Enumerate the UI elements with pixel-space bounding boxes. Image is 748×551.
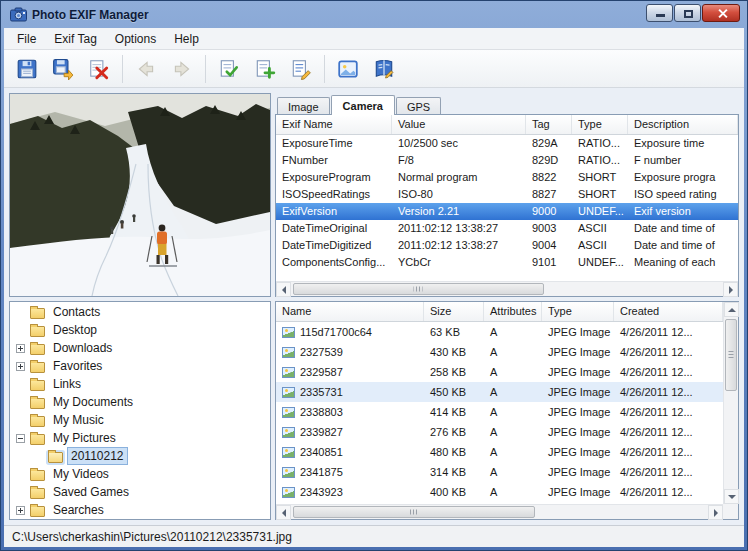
- file-size: 314 KB: [424, 462, 484, 482]
- file-horizontal-scrollbar[interactable]: [276, 504, 723, 519]
- menu-options[interactable]: Options: [106, 30, 165, 48]
- file-row[interactable]: 2338803414 KBAJPEG Image4/26/2011 12...: [276, 402, 723, 422]
- titlebar[interactable]: Photo EXIF Manager: [4, 1, 744, 28]
- exif-row[interactable]: ISOSpeedRatingsISO-808827SHORTISO speed …: [276, 186, 738, 203]
- exif-row[interactable]: ExposureTime10/2500 sec829ARATIO...Expos…: [276, 135, 738, 152]
- scroll-down-button[interactable]: [724, 489, 739, 504]
- scroll-right-button[interactable]: [708, 505, 723, 520]
- column-header-exif-name[interactable]: Exif Name: [276, 115, 392, 134]
- column-header-type[interactable]: Type: [542, 302, 614, 321]
- exif-row[interactable]: DateTimeDigitized2011:02:12 13:38:279004…: [276, 237, 738, 254]
- expand-plus-icon[interactable]: [16, 506, 25, 515]
- tree-item-desktop[interactable]: Desktop: [10, 321, 270, 339]
- file-row-selected[interactable]: 2335731450 KBAJPEG Image4/26/2011 12...: [276, 382, 723, 402]
- menu-file[interactable]: File: [8, 30, 45, 48]
- file-attributes: A: [484, 382, 542, 402]
- exif-table-header: Exif Name Value Tag Type Description: [276, 115, 738, 135]
- file-row[interactable]: 115d71700c6463 KBAJPEG Image4/26/2011 12…: [276, 322, 723, 342]
- tab-gps[interactable]: GPS: [396, 97, 441, 115]
- exif-type-cell: ASCII: [572, 220, 628, 237]
- scroll-right-button[interactable]: [723, 282, 738, 297]
- menu-help[interactable]: Help: [165, 30, 208, 48]
- tag-list-button[interactable]: [284, 53, 318, 85]
- column-header-description[interactable]: Description: [628, 115, 738, 134]
- file-row[interactable]: 2339827276 KBAJPEG Image4/26/2011 12...: [276, 422, 723, 442]
- minimize-button[interactable]: [646, 4, 673, 22]
- maximize-button[interactable]: [674, 4, 701, 22]
- image-file-icon: [282, 487, 295, 498]
- file-row[interactable]: 2341875314 KBAJPEG Image4/26/2011 12...: [276, 462, 723, 482]
- scroll-track[interactable]: [724, 317, 738, 489]
- scroll-left-button[interactable]: [276, 282, 291, 297]
- exif-row[interactable]: ExposureProgramNormal program8822SHORTEx…: [276, 169, 738, 186]
- file-type: JPEG Image: [542, 482, 614, 502]
- scroll-track[interactable]: [291, 505, 708, 519]
- file-type: JPEG Image: [542, 342, 614, 362]
- exif-row[interactable]: FNumberF/8829DRATIO...F number: [276, 152, 738, 169]
- tree-item-saved-games[interactable]: Saved Games: [10, 483, 270, 501]
- file-vertical-scrollbar[interactable]: [723, 302, 738, 504]
- file-created: 4/26/2011 12...: [614, 422, 723, 442]
- edit-tag-button[interactable]: [212, 53, 246, 85]
- app-icon: [10, 7, 27, 22]
- close-icon: [717, 8, 728, 19]
- tree-item-my-documents[interactable]: My Documents: [10, 393, 270, 411]
- collapse-minus-icon[interactable]: [16, 434, 25, 443]
- scroll-left-button[interactable]: [276, 505, 291, 520]
- image-viewer-button[interactable]: [331, 53, 365, 85]
- tab-camera[interactable]: Camera: [331, 95, 395, 115]
- column-header-size[interactable]: Size: [424, 302, 484, 321]
- image-file-icon: [282, 427, 295, 438]
- scroll-thumb[interactable]: [293, 283, 544, 295]
- column-header-created[interactable]: Created: [614, 302, 723, 321]
- exif-desc-cell: ISO speed rating: [628, 186, 738, 203]
- copy-exif-button[interactable]: [46, 53, 80, 85]
- scroll-track[interactable]: [291, 282, 723, 296]
- add-tag-button[interactable]: [248, 53, 282, 85]
- exif-row-selected[interactable]: ExifVersionVersion 2.219000UNDEF...Exif …: [276, 203, 738, 220]
- tree-item-contacts[interactable]: Contacts: [10, 303, 270, 321]
- exif-desc-cell: Exif version: [628, 203, 738, 220]
- file-row[interactable]: 2340851480 KBAJPEG Image4/26/2011 12...: [276, 442, 723, 462]
- scroll-thumb[interactable]: [725, 319, 737, 391]
- tree-item-my-music[interactable]: My Music: [10, 411, 270, 429]
- tree-item-my-videos[interactable]: My Videos: [10, 465, 270, 483]
- close-button[interactable]: [702, 4, 740, 22]
- file-row[interactable]: 2327539430 KBAJPEG Image4/26/2011 12...: [276, 342, 723, 362]
- column-header-type[interactable]: Type: [572, 115, 628, 134]
- folder-icon: [30, 470, 45, 481]
- column-header-tag[interactable]: Tag: [526, 115, 572, 134]
- tree-item-20110212[interactable]: 20110212: [10, 447, 270, 465]
- tree-item-my-pictures[interactable]: My Pictures: [10, 429, 270, 447]
- column-header-name[interactable]: Name: [276, 302, 424, 321]
- column-header-value[interactable]: Value: [392, 115, 526, 134]
- folder-icon: [30, 344, 45, 355]
- delete-exif-button[interactable]: [82, 53, 116, 85]
- tree-item-downloads[interactable]: Downloads: [10, 339, 270, 357]
- help-book-button[interactable]: [367, 53, 401, 85]
- file-row[interactable]: 2343923400 KBAJPEG Image4/26/2011 12...: [276, 482, 723, 502]
- exif-horizontal-scrollbar[interactable]: [276, 281, 738, 296]
- column-header-attributes[interactable]: Attributes: [484, 302, 542, 321]
- exif-type-cell: UNDEF...: [572, 203, 628, 220]
- tree-item-links[interactable]: Links: [10, 375, 270, 393]
- save-exif-button[interactable]: [10, 53, 44, 85]
- expand-plus-icon[interactable]: [16, 344, 25, 353]
- folder-icon: [30, 326, 45, 337]
- exif-row[interactable]: ComponentsConfig...YCbCr9101UNDEF...Mean…: [276, 254, 738, 271]
- tree-item-favorites[interactable]: Favorites: [10, 357, 270, 375]
- file-attributes: A: [484, 442, 542, 462]
- exif-row[interactable]: DateTimeOriginal2011:02:12 13:38:279003A…: [276, 220, 738, 237]
- file-row[interactable]: 2329587258 KBAJPEG Image4/26/2011 12...: [276, 362, 723, 382]
- scroll-up-button[interactable]: [724, 302, 739, 317]
- previous-image-button[interactable]: [129, 53, 163, 85]
- next-image-button[interactable]: [165, 53, 199, 85]
- tree-item-searches[interactable]: Searches: [10, 501, 270, 519]
- tab-image[interactable]: Image: [277, 97, 330, 115]
- expand-plus-icon[interactable]: [16, 362, 25, 371]
- menu-exif-tag[interactable]: Exif Tag: [45, 30, 105, 48]
- scroll-thumb[interactable]: [293, 506, 535, 518]
- file-created: 4/26/2011 12...: [614, 362, 723, 382]
- exif-value-cell: ISO-80: [392, 186, 526, 203]
- file-attributes: A: [484, 402, 542, 422]
